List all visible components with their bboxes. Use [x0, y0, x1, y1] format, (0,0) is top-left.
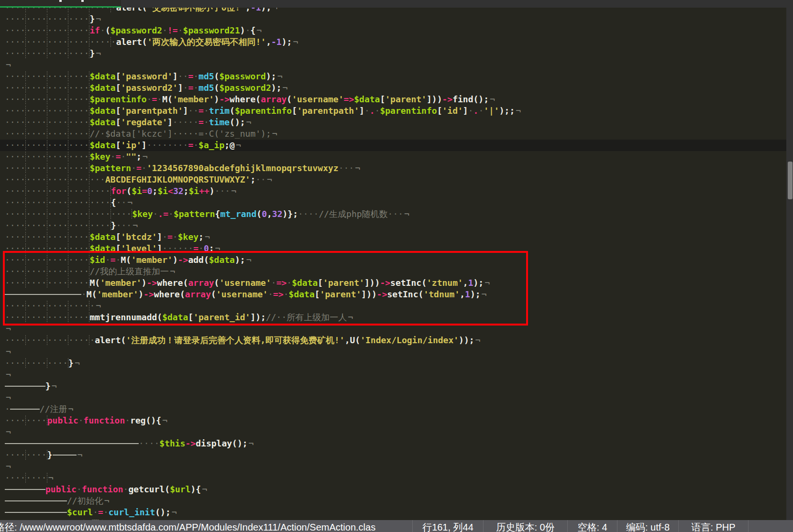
indent-guide: ···· — [47, 232, 68, 242]
code-line[interactable]: ········¬ — [5, 472, 786, 484]
code-line[interactable]: ················//·$data['kczc']·····=·C… — [5, 128, 786, 140]
indent-guide: ···· — [68, 25, 89, 35]
code-line[interactable]: ·M('member')->where(array('username'·=>·… — [5, 289, 786, 300]
token-d: ···· — [298, 209, 319, 219]
token-s: 'ztnum' — [427, 278, 463, 288]
code-line[interactable]: ¬ — [5, 323, 786, 335]
token-d: · — [178, 25, 183, 35]
code-line[interactable]: ········}¬ — [5, 449, 786, 461]
token-n: 0 — [147, 186, 153, 196]
code-line[interactable]: ·················¬ — [5, 300, 786, 312]
token-w: ) — [173, 255, 178, 265]
token-s: '|' — [484, 106, 499, 116]
code-line[interactable]: ¬ — [5, 392, 786, 403]
token-w: ) — [214, 94, 220, 104]
code-line[interactable]: ················$data['parentpath']··=·t… — [5, 105, 786, 117]
code-line[interactable]: ····················for($i=0;$i<32;$i++)… — [5, 185, 786, 197]
code-line[interactable]: ················if·($password2·!=·$passw… — [5, 25, 786, 36]
code-line[interactable]: ················mmtjrennumadd($data['par… — [5, 312, 786, 323]
status-history-versions[interactable]: 历史版本: 0份 — [483, 520, 567, 532]
code-line[interactable]: ···················ABCDEFGHIJKLOMNOPQRST… — [5, 174, 786, 185]
code-line[interactable]: ¬ — [5, 59, 786, 71]
token-w: ; — [209, 243, 214, 253]
token-k: array — [188, 278, 214, 288]
token-s: ABCDEFGHIJKLOMNOPQRSTUVWXYZ' — [105, 174, 250, 185]
code-line[interactable]: ························$key·.=·$pattern… — [5, 208, 786, 220]
token-s: "" — [126, 152, 136, 162]
code-line[interactable]: ················}¬ — [5, 13, 786, 25]
token-k: if — [89, 25, 100, 35]
token-s: 'parentpath' — [297, 106, 359, 116]
token-d: ····· — [173, 117, 198, 127]
indent-guide: ···· — [47, 117, 68, 127]
code-line[interactable]: ¬ — [5, 346, 786, 358]
indent-guide: ···· — [26, 25, 47, 35]
eol-mark: ¬ — [266, 174, 272, 185]
path-label: 路径: — [0, 522, 20, 532]
code-line[interactable]: ················}¬ — [5, 48, 786, 59]
status-language[interactable]: 语言: PHP — [678, 520, 748, 532]
status-bar: 路径: /www/wwwroot/www.mtbtsdafda.com/APP/… — [0, 520, 793, 532]
token-w: M( — [162, 94, 173, 104]
code-line[interactable]: ················$key·=·"";¬ — [5, 151, 786, 163]
code-line[interactable]: ················$data['regdate']·····=·t… — [5, 117, 786, 128]
code-line[interactable]: ············}¬ — [5, 358, 786, 369]
code-line[interactable]: ¬ — [5, 426, 786, 438]
code-line[interactable]: ·····················alert('两次输入的交易密码不相同… — [5, 36, 786, 48]
tab-whitespace-line — [10, 409, 40, 410]
code-line[interactable]: ················//我的上级直推加一¬ — [5, 266, 786, 277]
code-line[interactable]: ·····················alert('交易密码不能小于6位!'… — [5, 8, 786, 13]
token-v: $data — [89, 106, 115, 116]
scrollbar-track[interactable] — [786, 8, 793, 520]
token-k: -> — [377, 289, 387, 299]
code-line[interactable]: ················$data['password2']·=·md5… — [5, 82, 786, 94]
code-line[interactable]: ····$this->display();¬ — [5, 438, 786, 449]
token-s: 'username' — [292, 94, 343, 104]
token-w: where( — [154, 289, 185, 299]
indent-guide: ···· — [68, 312, 89, 322]
eol-mark: ¬ — [474, 335, 481, 345]
code-line[interactable]: ¬ — [5, 369, 786, 380]
code-line[interactable]: $curl·=·curl_init();¬ — [5, 507, 786, 518]
token-d: · — [123, 484, 129, 494]
code-line[interactable]: ········public·function·reg(){¬ — [5, 415, 786, 426]
code-line[interactable]: ·//注册¬ — [5, 403, 786, 415]
code-line[interactable]: //初始化¬ — [5, 495, 786, 507]
code-line[interactable]: ················$id·=·M('member')->add($… — [5, 254, 786, 266]
code-line[interactable]: ················$data['level']······=·0;… — [5, 243, 786, 254]
status-spaces[interactable]: 空格: 4 — [567, 520, 617, 532]
code-area[interactable]: ·····················alert('交易密码不能小于6位!'… — [0, 8, 786, 520]
token-n: 0 — [204, 243, 209, 253]
token-k: ++ — [199, 186, 209, 196]
code-line[interactable]: ·················alert('注册成功！请登录后完善个人资料,… — [5, 335, 786, 346]
active-tab[interactable] — [0, 0, 121, 8]
code-line[interactable]: ¬ — [5, 461, 786, 472]
tab-whitespace-line — [5, 500, 67, 501]
code-line[interactable]: ················$pattern·=·'1234567890ab… — [5, 163, 786, 174]
tab-whitespace-line — [53, 455, 77, 456]
code-line[interactable]: public·function·getcurl($url){¬ — [5, 484, 786, 495]
status-encoding[interactable]: 编码: utf-8 — [617, 520, 678, 532]
eol-mark: ¬ — [74, 358, 80, 368]
code-line[interactable]: ················$data['password']··=·md5… — [5, 71, 786, 82]
code-line[interactable]: }¬ — [5, 380, 786, 392]
token-w: } — [89, 14, 95, 24]
code-line[interactable]: ····················}···¬ — [5, 220, 786, 231]
scrollbar-thumb[interactable] — [788, 162, 793, 199]
indent-guide: ···· — [5, 278, 26, 288]
token-w: M( — [121, 255, 131, 265]
token-n: 32 — [272, 209, 283, 219]
status-line-col[interactable]: 行161, 列44 — [412, 520, 483, 532]
indent-guide: ···· — [5, 186, 26, 196]
token-d: ·· — [188, 106, 198, 116]
code-line[interactable]: ················$data['ip']········=·$a_… — [0, 140, 786, 151]
code-line[interactable]: ················$parentinfo·=·M('member'… — [5, 94, 786, 105]
code-line[interactable]: ····················{··¬ — [5, 197, 786, 208]
eol-mark: ¬ — [51, 381, 57, 391]
code-line[interactable]: ················M('member')->where(array… — [5, 277, 786, 289]
token-f: trim — [209, 106, 230, 116]
token-s: 'parent' — [323, 278, 364, 288]
token-v: $pattern — [174, 209, 215, 219]
code-line[interactable]: ················$data['btcdz']·=·$key;¬ — [5, 231, 786, 243]
indent-guide: ···· — [47, 163, 68, 173]
